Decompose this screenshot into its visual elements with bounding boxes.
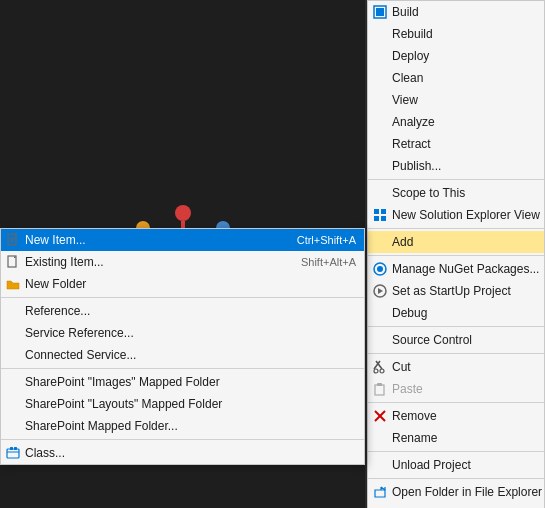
menu-item-new-solution-explorer[interactable]: New Solution Explorer View: [368, 204, 544, 226]
menu-item-label: Rebuild: [392, 27, 433, 41]
submenu-item-existing-item[interactable]: Existing Item...Shift+Alt+A: [1, 251, 364, 273]
menu-item-label: Build: [392, 5, 419, 19]
submenu-separator: [1, 368, 364, 369]
paste-icon: [372, 381, 388, 397]
menu-separator: [368, 326, 544, 327]
menu-separator: [368, 478, 544, 479]
remove-icon: [372, 408, 388, 424]
shortcut-label: Shift+Alt+A: [301, 256, 356, 268]
menu-item-analyze[interactable]: Analyze: [368, 111, 544, 133]
menu-item-paste: Paste: [368, 378, 544, 400]
submenu-item-label: SharePoint "Layouts" Mapped Folder: [25, 397, 222, 411]
menu-item-label: Cut: [392, 360, 411, 374]
submenu-item-sharepoint-mapped[interactable]: SharePoint Mapped Folder...: [1, 415, 364, 437]
menu-item-deploy[interactable]: Deploy: [368, 45, 544, 67]
submenu-item-label: SharePoint Mapped Folder...: [25, 419, 178, 433]
menu-item-label: Manage NuGet Packages...: [392, 262, 539, 276]
menu-item-remove[interactable]: Remove: [368, 405, 544, 427]
menu-separator: [368, 255, 544, 256]
svg-rect-29: [374, 209, 379, 214]
menu-item-scope[interactable]: Scope to This: [368, 182, 544, 204]
svg-rect-31: [374, 216, 379, 221]
menu-item-label: Unload Project: [392, 458, 471, 472]
svg-point-34: [377, 266, 383, 272]
menu-item-label: Open Folder in File Explorer: [392, 485, 542, 499]
submenu-item-new-item[interactable]: New Item...Ctrl+Shift+A: [1, 229, 364, 251]
submenu-item-label: Reference...: [25, 304, 90, 318]
shortcut-label: Ctrl+Shift+A: [297, 234, 356, 246]
submenu-item-reference[interactable]: Reference...: [1, 300, 364, 322]
menu-item-label: Clean: [392, 71, 423, 85]
svg-rect-40: [375, 385, 384, 395]
svg-rect-32: [381, 216, 386, 221]
menu-item-clean[interactable]: Clean: [368, 67, 544, 89]
svg-point-0: [175, 205, 191, 221]
submenu-separator: [1, 297, 364, 298]
menu-item-unload[interactable]: Unload Project: [368, 454, 544, 476]
menu-item-label: Remove: [392, 409, 437, 423]
submenu-item-label: New Folder: [25, 277, 86, 291]
submenu-item-sharepoint-layouts[interactable]: SharePoint "Layouts" Mapped Folder: [1, 393, 364, 415]
menu-item-open-folder[interactable]: Open Folder in File Explorer: [368, 481, 544, 503]
set-startup-icon: [372, 283, 388, 299]
right-context-menu: BuildRebuildDeployCleanViewAnalyzeRetrac…: [367, 0, 545, 508]
menu-item-rename[interactable]: Rename: [368, 427, 544, 449]
menu-item-label: View: [392, 93, 418, 107]
menu-separator: [368, 402, 544, 403]
submenu-item-sharepoint-images[interactable]: SharePoint "Images" Mapped Folder: [1, 371, 364, 393]
submenu-item-connected-service[interactable]: Connected Service...: [1, 344, 364, 366]
menu-item-set-startup[interactable]: Set as StartUp Project: [368, 280, 544, 302]
menu-item-source-control[interactable]: Source Control: [368, 329, 544, 351]
menu-item-label: Add: [392, 235, 413, 249]
submenu-item-label: Service Reference...: [25, 326, 134, 340]
menu-item-label: Analyze: [392, 115, 435, 129]
menu-separator: [368, 228, 544, 229]
menu-item-label: Paste: [392, 382, 423, 396]
menu-separator: [368, 353, 544, 354]
svg-rect-54: [10, 447, 13, 450]
svg-rect-30: [381, 209, 386, 214]
submenu-item-new-folder[interactable]: New Folder: [1, 273, 364, 295]
menu-item-label: Debug: [392, 306, 427, 320]
menu-item-publish[interactable]: Publish...: [368, 155, 544, 177]
menu-item-label: Source Control: [392, 333, 472, 347]
submenu-item-label: SharePoint "Images" Mapped Folder: [25, 375, 220, 389]
menu-item-label: Retract: [392, 137, 431, 151]
submenu-separator: [1, 439, 364, 440]
menu-item-properties[interactable]: Properties: [368, 503, 544, 508]
new-item-icon: [5, 232, 21, 248]
manage-nuget-icon: [372, 261, 388, 277]
menu-item-label: Set as StartUp Project: [392, 284, 511, 298]
menu-item-label: Scope to This: [392, 186, 465, 200]
svg-point-38: [374, 369, 378, 373]
menu-item-add[interactable]: Add: [368, 231, 544, 253]
menu-item-rebuild[interactable]: Rebuild: [368, 23, 544, 45]
menu-item-label: Rename: [392, 431, 437, 445]
submenu-item-label: New Item...: [25, 233, 86, 247]
menu-item-label: Publish...: [392, 159, 441, 173]
class-icon: [5, 445, 21, 461]
menu-item-retract[interactable]: Retract: [368, 133, 544, 155]
menu-item-debug[interactable]: Debug: [368, 302, 544, 324]
submenu-item-class[interactable]: Class...: [1, 442, 364, 464]
submenu-item-label: Existing Item...: [25, 255, 104, 269]
submenu-item-label: Class...: [25, 446, 65, 460]
svg-point-39: [380, 369, 384, 373]
menu-item-manage-nuget[interactable]: Manage NuGet Packages...: [368, 258, 544, 280]
menu-separator: [368, 179, 544, 180]
svg-rect-28: [376, 8, 384, 16]
cut-icon: [372, 359, 388, 375]
menu-separator: [368, 451, 544, 452]
menu-item-label: New Solution Explorer View: [392, 208, 540, 222]
open-folder-icon: [372, 484, 388, 500]
submenu-item-service-reference[interactable]: Service Reference...: [1, 322, 364, 344]
existing-item-icon: [5, 254, 21, 270]
build-icon: [372, 4, 388, 20]
svg-rect-41: [377, 383, 382, 386]
left-submenu: New Item...Ctrl+Shift+AExisting Item...S…: [0, 228, 365, 465]
menu-item-view[interactable]: View: [368, 89, 544, 111]
svg-rect-52: [7, 449, 19, 458]
menu-item-label: Deploy: [392, 49, 429, 63]
menu-item-cut[interactable]: Cut: [368, 356, 544, 378]
menu-item-build[interactable]: Build: [368, 1, 544, 23]
